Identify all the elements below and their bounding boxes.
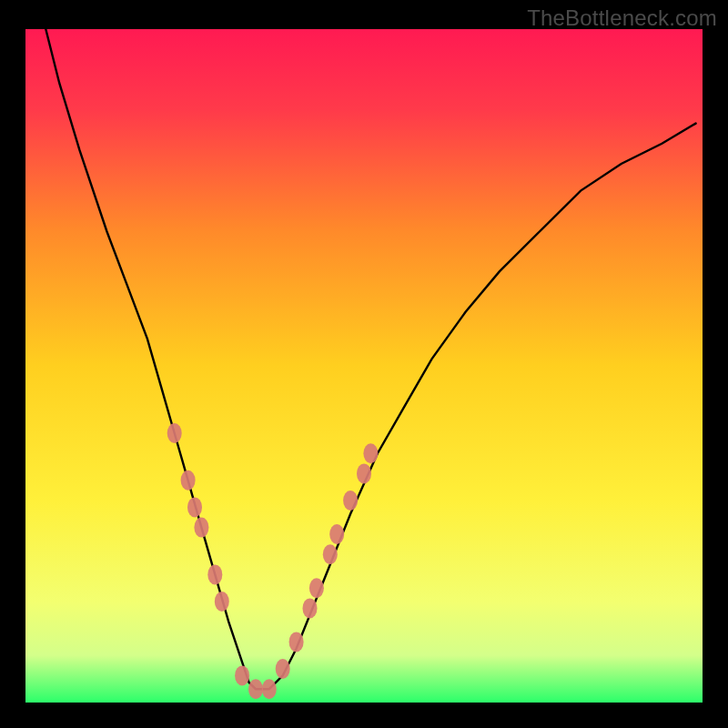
data-marker — [343, 490, 358, 511]
data-marker — [363, 443, 378, 463]
data-marker — [207, 564, 222, 584]
chart-svg — [25, 29, 703, 703]
data-marker — [323, 544, 338, 564]
data-marker — [194, 518, 208, 538]
data-marker — [248, 679, 263, 699]
data-marker — [329, 524, 344, 544]
data-marker — [289, 632, 304, 652]
gradient-backdrop — [25, 29, 703, 703]
data-marker — [357, 463, 371, 483]
data-marker — [262, 679, 277, 699]
watermark-text: TheBottleneck.com — [527, 5, 717, 31]
data-marker — [215, 592, 229, 612]
data-marker — [235, 665, 249, 685]
data-marker — [309, 578, 324, 598]
data-marker — [181, 470, 196, 490]
data-marker — [187, 497, 202, 517]
data-marker — [167, 423, 182, 443]
plot-area — [25, 29, 703, 703]
data-marker — [303, 598, 318, 618]
chart-root: TheBottleneck.com — [0, 0, 728, 728]
data-marker — [276, 659, 290, 679]
